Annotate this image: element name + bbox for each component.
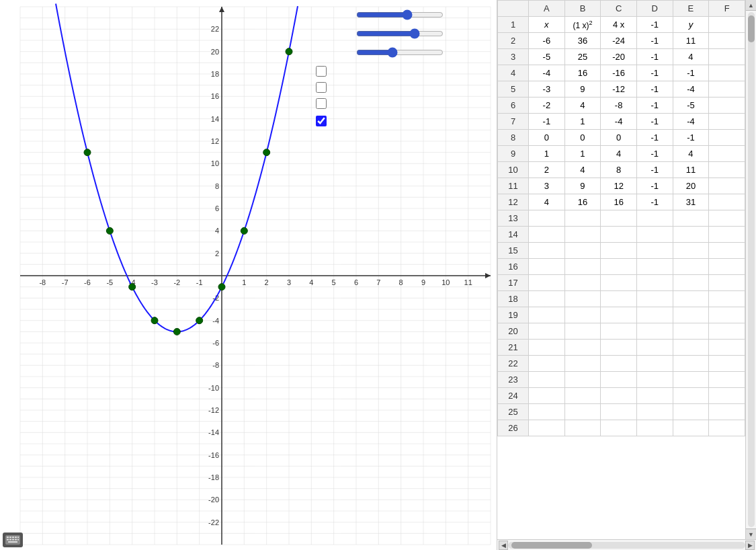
cell-6-F[interactable] — [709, 97, 745, 114]
cell-9-D[interactable]: -1 — [636, 146, 673, 162]
cell-9-A[interactable]: 1 — [529, 146, 565, 162]
cell-15-F[interactable] — [709, 243, 745, 259]
checkbox-axis[interactable] — [316, 98, 327, 109]
cell-6-E[interactable]: -5 — [673, 97, 709, 114]
cell-21-E[interactable] — [673, 340, 709, 356]
slider-b[interactable] — [356, 28, 444, 39]
cell-19-D[interactable] — [636, 307, 673, 323]
cell-19-F[interactable] — [709, 307, 745, 323]
cell-7-E[interactable]: -4 — [673, 114, 709, 130]
cell-20-B[interactable] — [564, 323, 601, 340]
cell-10-D[interactable]: -1 — [636, 162, 673, 178]
cell-3-A[interactable]: -5 — [529, 49, 565, 65]
cell-6-A[interactable]: -2 — [529, 97, 565, 114]
cell-11-D[interactable]: -1 — [636, 178, 673, 194]
cell-11-A[interactable]: 3 — [529, 178, 565, 194]
col-header-a[interactable]: A — [529, 1, 565, 17]
cell-14-E[interactable] — [673, 227, 709, 243]
cell-2-C[interactable]: -24 — [601, 33, 637, 49]
cell-16-D[interactable] — [636, 259, 673, 275]
checkbox-given-y[interactable] — [316, 66, 327, 77]
cell-17-F[interactable] — [709, 275, 745, 291]
cell-17-D[interactable] — [636, 275, 673, 291]
cell-20-D[interactable] — [636, 323, 673, 340]
cell-20-F[interactable] — [709, 323, 745, 340]
cell-24-C[interactable] — [601, 388, 637, 404]
cell-26-D[interactable] — [636, 420, 673, 436]
cell-26-B[interactable] — [564, 420, 601, 436]
cell-9-B[interactable]: 1 — [564, 146, 601, 162]
cell-5-F[interactable] — [709, 81, 745, 97]
h-scroll-thumb[interactable] — [511, 542, 592, 549]
cell-20-C[interactable] — [601, 323, 637, 340]
scroll-left-arrow[interactable]: ◀ — [499, 541, 508, 550]
cell-22-F[interactable] — [709, 356, 745, 372]
cell-13-F[interactable] — [709, 210, 745, 227]
cell-24-F[interactable] — [709, 388, 745, 404]
cell-3-F[interactable] — [709, 49, 745, 65]
keyboard-icon[interactable] — [3, 533, 23, 547]
cell-15-D[interactable] — [636, 243, 673, 259]
cell-21-A[interactable] — [529, 340, 565, 356]
cell-19-C[interactable] — [601, 307, 637, 323]
cell-21-B[interactable] — [564, 340, 601, 356]
slider-a[interactable] — [356, 9, 444, 20]
scroll-right-arrow[interactable]: ▶ — [745, 541, 755, 550]
scroll-track[interactable] — [748, 12, 755, 527]
cell-10-C[interactable]: 8 — [601, 162, 637, 178]
cell-10-F[interactable] — [709, 162, 745, 178]
cell-10-E[interactable]: 11 — [673, 162, 709, 178]
cell-21-F[interactable] — [709, 340, 745, 356]
cell-23-F[interactable] — [709, 372, 745, 388]
cell-11-F[interactable] — [709, 178, 745, 194]
cell-26-F[interactable] — [709, 420, 745, 436]
cell-9-E[interactable]: 4 — [673, 146, 709, 162]
cell-12-B[interactable]: 16 — [564, 194, 601, 210]
cell-7-C[interactable]: -4 — [601, 114, 637, 130]
cell-26-E[interactable] — [673, 420, 709, 436]
cell-20-E[interactable] — [673, 323, 709, 340]
cell-24-B[interactable] — [564, 388, 601, 404]
cell-18-B[interactable] — [564, 291, 601, 307]
cell-12-A[interactable]: 4 — [529, 194, 565, 210]
cell-19-B[interactable] — [564, 307, 601, 323]
cell-5-B[interactable]: 9 — [564, 81, 601, 97]
cell-15-A[interactable] — [529, 243, 565, 259]
cell-23-A[interactable] — [529, 372, 565, 388]
cell-2-D[interactable]: -1 — [636, 33, 673, 49]
cell-14-B[interactable] — [564, 227, 601, 243]
cell-26-C[interactable] — [601, 420, 637, 436]
cell-5-C[interactable]: -12 — [601, 81, 637, 97]
scroll-down-arrow[interactable]: ▼ — [746, 528, 757, 539]
cell-10-A[interactable]: 2 — [529, 162, 565, 178]
cell-24-D[interactable] — [636, 388, 673, 404]
cell-17-E[interactable] — [673, 275, 709, 291]
cell-15-C[interactable] — [601, 243, 637, 259]
scroll-up-arrow[interactable]: ▲ — [746, 0, 757, 11]
cell-9-C[interactable]: 4 — [601, 146, 637, 162]
cell-4-E[interactable]: -1 — [673, 65, 709, 81]
cell-8-F[interactable] — [709, 130, 745, 146]
cell-26-A[interactable] — [529, 420, 565, 436]
cell-13-D[interactable] — [636, 210, 673, 227]
cell-7-F[interactable] — [709, 114, 745, 130]
h-scroll-track[interactable] — [508, 542, 745, 549]
cell-18-D[interactable] — [636, 291, 673, 307]
cell-12-D[interactable]: -1 — [636, 194, 673, 210]
cell-16-E[interactable] — [673, 259, 709, 275]
col-header-f[interactable]: F — [709, 1, 745, 17]
cell-15-B[interactable] — [564, 243, 601, 259]
cell-2-E[interactable]: 11 — [673, 33, 709, 49]
cell-18-C[interactable] — [601, 291, 637, 307]
cell-1-d[interactable]: -1 — [636, 17, 673, 33]
cell-20-A[interactable] — [529, 323, 565, 340]
cell-25-E[interactable] — [673, 404, 709, 420]
cell-8-C[interactable]: 0 — [601, 130, 637, 146]
cell-8-B[interactable]: 0 — [564, 130, 601, 146]
cell-4-A[interactable]: -4 — [529, 65, 565, 81]
cell-8-E[interactable]: -1 — [673, 130, 709, 146]
cell-3-B[interactable]: 25 — [564, 49, 601, 65]
cell-2-B[interactable]: 36 — [564, 33, 601, 49]
cell-16-B[interactable] — [564, 259, 601, 275]
cell-9-F[interactable] — [709, 146, 745, 162]
